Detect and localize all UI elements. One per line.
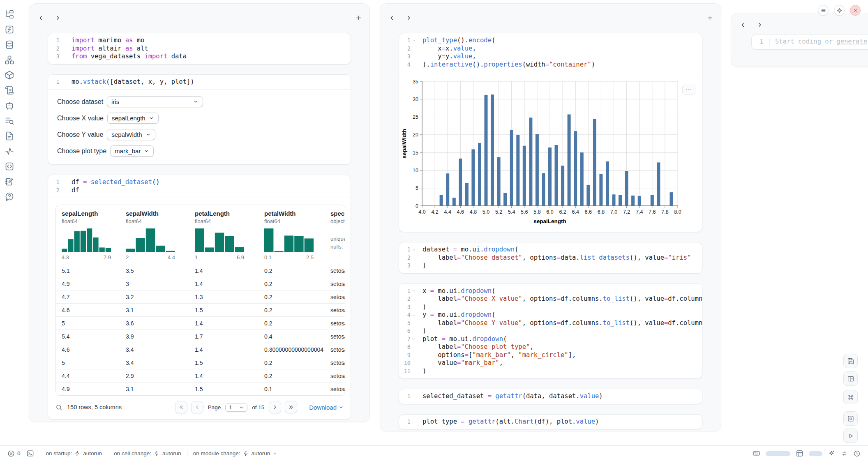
code-line: 1 df = selected_dataset() — [48, 178, 351, 187]
package-icon — [5, 70, 14, 80]
code-editor[interactable]: 1 x = mo.ui.dropdown( 2 label="Choose X … — [399, 284, 702, 379]
control-row: Choose X value sepalLength — [57, 113, 342, 124]
sparkles-button[interactable] — [828, 450, 835, 457]
sidebar-workflow-button[interactable] — [4, 55, 15, 65]
download-button[interactable]: Download — [309, 404, 344, 411]
fold-toggle[interactable] — [411, 37, 417, 45]
double-chevron-right-icon — [288, 404, 294, 410]
code-line: 1 plot_type().encode( — [399, 37, 702, 45]
column-collapse-right-button[interactable] — [755, 21, 764, 29]
column-collapse-left-button[interactable] — [37, 14, 45, 22]
activity-icon — [5, 146, 14, 156]
code-editor[interactable]: 1 mo.vstack([dataset, x, y, plot]) — [48, 75, 351, 90]
arrows-swap-button[interactable] — [840, 450, 848, 457]
sidebar-list-search-button[interactable] — [4, 115, 15, 126]
choose-y-value-dropdown[interactable]: sepalWidth — [107, 129, 155, 140]
runtime-config-on-module-change-[interactable]: on module change:autorun — [193, 450, 278, 456]
fold-toggle[interactable] — [411, 335, 417, 343]
svg-text:6.0: 6.0 — [546, 209, 553, 215]
column-collapse-left-button[interactable] — [739, 21, 747, 29]
save-button[interactable] — [843, 354, 858, 368]
notebook-column-1: 1 import marimo as mo 2 import altair as… — [29, 3, 370, 422]
sidebar-activity-button[interactable] — [4, 146, 15, 157]
prev-page-button[interactable] — [191, 401, 203, 413]
chevron-down-icon — [412, 313, 416, 317]
hist-max: 6.9 — [237, 254, 244, 260]
code-editor[interactable]: 1 plot_type().encode( 2 x=x.value, 3 y=y… — [399, 33, 702, 72]
sidebar-function-square-button[interactable] — [4, 24, 15, 35]
command-button[interactable] — [843, 390, 858, 404]
code-editor[interactable]: 1 df = selected_dataset() 2 df — [48, 175, 351, 198]
line-number: 5 — [399, 319, 411, 327]
code-line: 4 ).interactive().properties(width="cont… — [399, 61, 702, 69]
svg-text:7.0: 7.0 — [610, 209, 617, 215]
generate-ai-link[interactable]: generate — [836, 38, 867, 45]
sidebar-scroll-text-button[interactable] — [4, 85, 15, 96]
run-button[interactable] — [843, 429, 858, 443]
sidebar-help-circle-button[interactable] — [4, 191, 15, 202]
panel-layout-button[interactable] — [843, 371, 858, 386]
terminal-square-icon — [26, 449, 34, 457]
next-page-button[interactable] — [269, 401, 281, 413]
code-editor[interactable]: 1 selected_dataset = getattr(data, datas… — [399, 389, 702, 404]
chevron-down-icon — [412, 289, 416, 293]
choose-dataset-dropdown[interactable]: iris — [107, 96, 203, 107]
circle-x-icon — [7, 450, 15, 457]
add-column-button[interactable] — [354, 14, 363, 22]
function-square-icon — [5, 25, 14, 35]
table-search-button[interactable] — [55, 404, 62, 411]
console-button[interactable] — [843, 411, 858, 426]
last-page-button[interactable] — [285, 401, 297, 413]
page-select[interactable]: 1 — [225, 403, 247, 412]
column-collapse-left-button[interactable] — [388, 14, 396, 22]
line-number: 3 — [399, 262, 411, 270]
code-cell-plot: 1 plot_type().encode( 2 x=x.value, 3 y=y… — [399, 33, 702, 232]
settings-button[interactable] — [834, 5, 845, 16]
choose-plot-type-dropdown[interactable]: mark_bar — [110, 145, 154, 157]
svg-text:4.8: 4.8 — [470, 209, 477, 215]
sidebar-package-button[interactable] — [4, 70, 15, 81]
column-dtype: float64 — [126, 218, 189, 224]
line-number: 9 — [399, 351, 411, 360]
choose-x-value-dropdown[interactable]: sepalLength — [107, 113, 159, 124]
first-page-button[interactable] — [175, 401, 187, 413]
altair-bar-chart[interactable]: 4.04.24.44.64.85.05.25.45.65.86.06.26.46… — [400, 79, 683, 228]
sidebar-file-tree-button[interactable] — [4, 9, 15, 20]
table-cell: 0.2 — [259, 373, 325, 379]
code-editor[interactable]: 1 plot_type = getattr(alt.Chart(df), plo… — [399, 415, 702, 429]
column-collapse-right-button[interactable] — [404, 14, 413, 22]
code-editor[interactable]: 1 import marimo as mo 2 import altair as… — [48, 33, 351, 64]
line-number: 1 — [399, 392, 411, 401]
sidebar-bot-message-button[interactable] — [4, 100, 15, 111]
fold-toggle — [60, 37, 66, 45]
cell-output: Choose dataset iris Choose X value sepal… — [48, 89, 351, 164]
column-collapse-right-button[interactable] — [53, 14, 62, 22]
x-axis-title: sepalLength — [533, 218, 566, 224]
svg-text:5: 5 — [416, 185, 418, 191]
terminal-button[interactable] — [26, 449, 34, 457]
clock-button[interactable] — [853, 450, 861, 457]
table-cell: 1.5 — [189, 360, 259, 366]
runtime-config-on-cell-change-[interactable]: on cell change:autorun — [114, 450, 181, 456]
run-icon — [847, 432, 854, 440]
svg-text:7.2: 7.2 — [623, 209, 630, 215]
fold-toggle[interactable] — [411, 311, 417, 319]
runtime-config-on-startup-[interactable]: on startup:autorun — [46, 450, 102, 456]
chart-menu-button[interactable] — [682, 85, 695, 95]
table-cell: 5.1 — [56, 267, 120, 274]
errors-indicator[interactable]: 0 — [7, 450, 21, 457]
menu-button[interactable] — [818, 5, 829, 16]
code-editor[interactable]: 1 dataset = mo.ui.dropdown( 2 label="Cho… — [399, 242, 702, 273]
sidebar-notebook-pen-button[interactable] — [4, 176, 15, 187]
add-column-button[interactable] — [706, 14, 714, 22]
code-editor[interactable]: 1 Start coding or generate with AI — [752, 35, 868, 49]
fold-toggle[interactable] — [411, 246, 417, 254]
fold-toggle[interactable] — [411, 287, 417, 295]
line-number: 1 — [399, 418, 411, 426]
close-button[interactable] — [850, 5, 861, 16]
column-histogram — [264, 228, 314, 252]
code-cell-dataframe: 1 df = selected_dataset() 2 df sepalLeng… — [48, 175, 351, 420]
sidebar-database-button[interactable] — [4, 39, 15, 50]
sidebar-file-text-button[interactable] — [4, 131, 15, 141]
sidebar-code-snippet-button[interactable] — [4, 161, 15, 172]
